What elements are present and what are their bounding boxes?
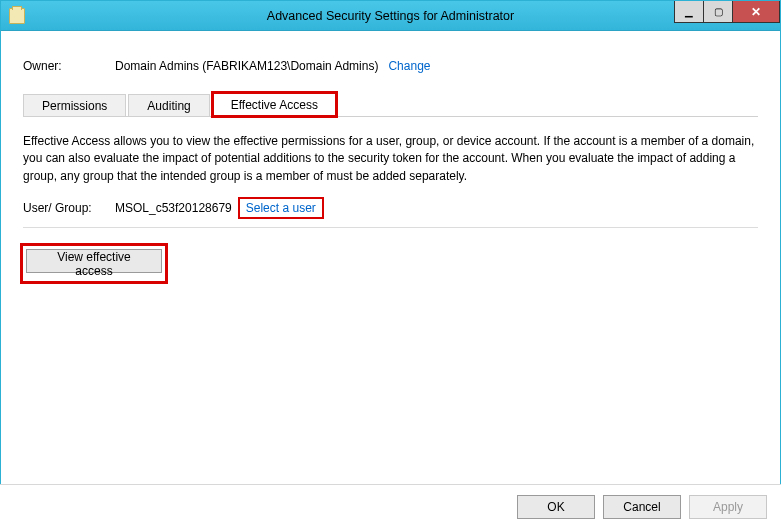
select-a-user-link[interactable]: Select a user: [240, 199, 322, 217]
user-group-row: User/ Group: MSOL_c53f20128679 Select a …: [23, 199, 758, 217]
minimize-button[interactable]: ▁: [674, 1, 704, 23]
ok-button[interactable]: OK: [517, 495, 595, 519]
change-owner-link[interactable]: Change: [388, 59, 430, 73]
view-effective-access-label: View effective access: [57, 250, 131, 278]
owner-label: Owner:: [23, 59, 115, 73]
owner-value: Domain Admins (FABRIKAM123\Domain Admins…: [115, 59, 378, 73]
user-group-label: User/ Group:: [23, 201, 115, 215]
tab-auditing[interactable]: Auditing: [128, 94, 209, 116]
separator: [23, 227, 758, 228]
tab-strip: Permissions Auditing Effective Access: [23, 91, 758, 117]
folder-icon: [9, 8, 25, 24]
dialog-button-bar: OK Cancel Apply: [0, 484, 781, 528]
maximize-button[interactable]: ▢: [703, 1, 733, 23]
user-group-value: MSOL_c53f20128679: [115, 201, 232, 215]
apply-button[interactable]: Apply: [689, 495, 767, 519]
close-button[interactable]: ✕: [732, 1, 780, 23]
cancel-button[interactable]: Cancel: [603, 495, 681, 519]
title-bar: Advanced Security Settings for Administr…: [1, 1, 780, 31]
tab-permissions[interactable]: Permissions: [23, 94, 126, 116]
view-effective-access-highlight: View effective access: [23, 246, 165, 281]
tab-effective-access[interactable]: Effective Access: [212, 92, 337, 117]
window-title: Advanced Security Settings for Administr…: [1, 9, 780, 23]
tab-body-effective-access: Effective Access allows you to view the …: [23, 117, 758, 281]
dialog-content: Owner: Domain Admins (FABRIKAM123\Domain…: [1, 31, 780, 281]
effective-access-description: Effective Access allows you to view the …: [23, 133, 758, 185]
view-effective-access-button[interactable]: View effective access: [26, 249, 162, 273]
owner-row: Owner: Domain Admins (FABRIKAM123\Domain…: [23, 59, 758, 73]
window-controls: ▁ ▢ ✕: [675, 1, 780, 23]
